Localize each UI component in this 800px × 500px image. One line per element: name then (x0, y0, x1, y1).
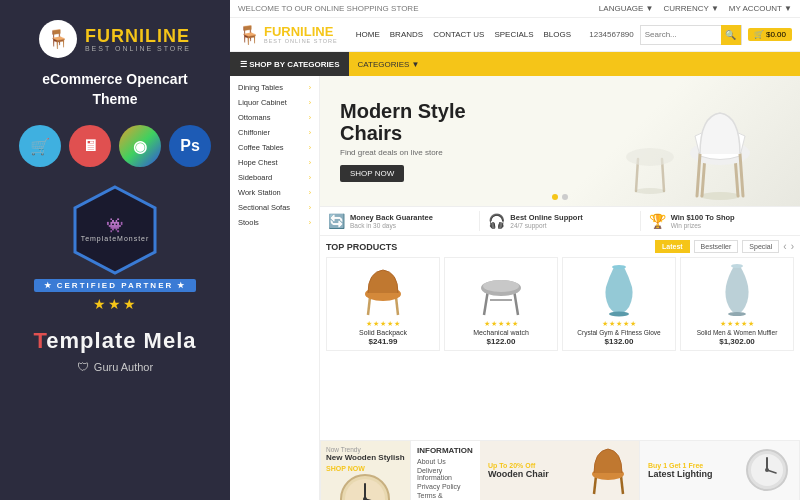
product-price-1: $241.99 (369, 337, 398, 346)
feature-money-back-text: Money Back Guarantee Back in 30 days (350, 213, 433, 229)
trendy-label: Now Trendy (326, 446, 405, 453)
svg-point-19 (483, 280, 519, 292)
win-icon: 🏆 (649, 213, 666, 229)
cat-chiffonier[interactable]: Chiffonier› (230, 125, 319, 140)
product-card-1: ★★★★★ Solid Backpack $241.99 (326, 257, 440, 351)
hex-badge: 👾 TemplateMonster (70, 185, 160, 275)
promo-wooden-chair-text: Up To 20% Off Wooden Chair (488, 462, 580, 479)
cat-stools[interactable]: Stools› (230, 215, 319, 230)
product-img-1 (331, 262, 435, 317)
product-name-3: Crystal Gym & Fitness Glove (577, 329, 660, 336)
nav-specials[interactable]: SPECIALS (494, 30, 533, 39)
promo-wooden-title: Wooden Chair (488, 469, 580, 479)
promo-lighting-title: Latest Lighting (648, 469, 737, 479)
shop-by-categories-btn[interactable]: ☰ SHOP BY CATEGORIES (230, 52, 349, 76)
cat-work-station[interactable]: Work Station› (230, 185, 319, 200)
hero-text: Modern StyleChairs Find great deals on l… (340, 100, 600, 182)
language-btn[interactable]: LANGUAGE ▼ (599, 4, 654, 13)
tab-special[interactable]: Special (742, 240, 779, 253)
tab-bestseller[interactable]: Bestseller (694, 240, 739, 253)
header-logo-accent: LINE (304, 24, 334, 39)
hero-dots (552, 194, 568, 200)
svg-point-7 (635, 188, 665, 194)
nav-blogs[interactable]: BLOGS (544, 30, 572, 39)
support-icon: 🎧 (488, 213, 505, 229)
tab-latest[interactable]: Latest (655, 240, 690, 253)
svg-line-11 (368, 297, 370, 315)
search-button[interactable]: 🔍 (721, 25, 741, 45)
guru-icon: 🛡 (77, 360, 89, 374)
promo-wooden-chair: Up To 20% Off Wooden Chair (480, 441, 640, 500)
product-name-4: Solid Men & Women Muffler (697, 329, 778, 336)
feature-win: 🏆 Win $100 To Shop Win prizes (641, 211, 800, 231)
product-stars-1: ★★★★★ (366, 320, 401, 328)
features-bar: 🔄 Money Back Guarantee Back in 30 days 🎧… (320, 206, 800, 236)
dot-1[interactable] (552, 194, 558, 200)
cat-sideboard[interactable]: Sideboard› (230, 170, 319, 185)
stars-row: ★★★ (93, 296, 138, 312)
money-back-icon: 🔄 (328, 213, 345, 229)
product-img-3 (567, 262, 671, 317)
products-grid: ★★★★★ Solid Backpack $241.99 (326, 257, 794, 351)
cat-dining-tables[interactable]: Dining Tables› (230, 80, 319, 95)
hero-chair-svg (600, 81, 780, 201)
guru-text: Guru Author (94, 361, 153, 373)
tab-prev[interactable]: ‹ (783, 241, 786, 252)
search-box: 🔍 (640, 25, 742, 45)
products-area: TOP PRODUCTS Latest Bestseller Special ‹… (320, 236, 800, 500)
cart-button[interactable]: 🛒 $0.00 (748, 28, 792, 41)
info-privacy[interactable]: Privacy Policy (417, 483, 474, 490)
store-content: Modern StyleChairs Find great deals on l… (320, 76, 800, 500)
info-terms[interactable]: Terms & Conditions (417, 492, 474, 500)
product-stars-4: ★★★★★ (720, 320, 755, 328)
promo-lighting: Buy 1 Get 1 Free Latest Lighting (640, 441, 800, 500)
logo-icon: 🪑 (39, 20, 77, 58)
feature-support-text: Best Online Support 24/7 support (510, 213, 583, 229)
account-btn[interactable]: MY ACCOUNT ▼ (729, 4, 792, 13)
wooden-chair-img (586, 446, 631, 496)
dot-2[interactable] (562, 194, 568, 200)
product-price-4: $1,302.00 (719, 337, 755, 346)
nav-contact[interactable]: CONTACT US (433, 30, 484, 39)
certified-banner: ★ CERTIFIED PARTNER ★ (34, 279, 197, 292)
cat-sectional-sofas[interactable]: Sectional Sofas› (230, 200, 319, 215)
promo-lighting-badge: Buy 1 Get 1 Free (648, 462, 737, 469)
products-section: TOP PRODUCTS Latest Bestseller Special ‹… (320, 236, 800, 440)
logo: 🪑 FURNILINE BEST ONLINE STORE (39, 20, 191, 58)
cat-coffee-tables[interactable]: Coffee Tables› (230, 140, 319, 155)
top-products-title: TOP PRODUCTS (326, 242, 397, 252)
guru-author: 🛡 Guru Author (77, 360, 153, 374)
header-logo-text-area: FURNILINE BEST ONLINE STORE (264, 25, 338, 44)
icons-row: 🛒 🖥 ◉ Ps (19, 125, 211, 167)
cart-tech-icon: 🛒 (19, 125, 61, 167)
tab-next[interactable]: › (791, 241, 794, 252)
info-delivery[interactable]: Delivery Information (417, 467, 474, 481)
product-img-4 (685, 262, 789, 317)
nav-brands[interactable]: BRANDS (390, 30, 423, 39)
hero-shop-now-btn[interactable]: SHOP NOW (340, 165, 404, 182)
hero-banner: Modern StyleChairs Find great deals on l… (320, 76, 800, 206)
header-logo-sub: BEST ONLINE STORE (264, 38, 338, 44)
svg-line-30 (621, 476, 623, 494)
product-vase-svg (594, 262, 644, 317)
categories-btn[interactable]: CATEGORIES ▼ (349, 52, 427, 76)
tm-logo-icon: 👾 (106, 217, 123, 234)
svg-line-12 (396, 297, 398, 315)
trendy-img (326, 472, 405, 500)
product-chair-svg (358, 262, 408, 317)
tm-badge-area: 👾 TemplateMonster ★ CERTIFIED PARTNER ★ … (34, 185, 197, 312)
cat-liquor-cabinet[interactable]: Liquor Cabinet› (230, 95, 319, 110)
hero-subtitle: Find great deals on live store (340, 148, 600, 157)
cat-hope-chest[interactable]: Hope Chest› (230, 155, 319, 170)
info-about-us[interactable]: About Us (417, 458, 474, 465)
search-input[interactable] (641, 30, 721, 39)
product-stars-3: ★★★★★ (602, 320, 637, 328)
theme-title: eCommerce OpencartTheme (42, 70, 188, 109)
cat-ottomans[interactable]: Ottomans› (230, 110, 319, 125)
template-rest: emplate Mela (46, 328, 196, 353)
nav-home[interactable]: HOME (356, 30, 380, 39)
yellow-nav: ☰ SHOP BY CATEGORIES CATEGORIES ▼ (230, 52, 800, 76)
product-stars-2: ★★★★★ (484, 320, 519, 328)
currency-btn[interactable]: CURRENCY ▼ (663, 4, 718, 13)
trendy-shop-now[interactable]: SHOP NOW (326, 465, 405, 472)
